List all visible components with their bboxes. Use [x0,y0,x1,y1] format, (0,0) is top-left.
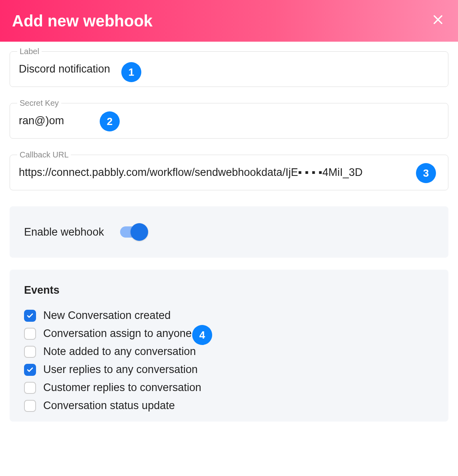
event-row: New Conversation created [24,309,434,322]
callback-url-field-label: Callback URL [17,150,71,159]
event-checkbox[interactable] [24,328,36,340]
label-field: Label 1 [10,51,448,87]
event-row: Conversation status update [24,399,434,412]
event-label: New Conversation created [43,309,171,322]
secret-key-field-label: Secret Key [17,99,61,108]
callback-url-input[interactable] [19,166,367,179]
events-panel: Events New Conversation createdConversat… [10,270,448,422]
label-field-label: Label [17,47,42,56]
event-label: Conversation status update [43,399,175,412]
annotation-badge-2: 2 [100,111,120,131]
event-checkbox[interactable] [24,382,36,394]
enable-webhook-panel: Enable webhook [10,206,448,258]
secret-key-field: Secret Key 2 [10,103,448,139]
close-icon[interactable] [430,12,446,30]
events-title: Events [24,284,434,296]
label-input[interactable] [19,63,439,75]
modal-header: Add new webhook [0,0,458,42]
event-row: Note added to any conversation [24,345,434,358]
event-checkbox[interactable] [24,310,36,322]
event-label: User replies to any conversation [43,363,198,376]
event-checkbox[interactable] [24,346,36,358]
event-label: Conversation assign to anyone [43,327,192,340]
annotation-badge-1: 1 [121,62,141,82]
event-row: Conversation assign to anyone [24,327,434,340]
event-checkbox[interactable] [24,364,36,376]
enable-webhook-toggle[interactable] [120,226,147,238]
event-row: Customer replies to conversation [24,381,434,394]
annotation-badge-4: 4 [192,325,212,345]
modal-title: Add new webhook [12,12,153,30]
event-label: Note added to any conversation [43,345,196,358]
annotation-badge-3: 3 [416,163,436,183]
event-checkbox[interactable] [24,400,36,412]
enable-webhook-label: Enable webhook [24,226,104,238]
secret-key-input[interactable] [19,115,439,127]
event-row: User replies to any conversation [24,363,434,376]
toggle-knob [131,223,148,241]
callback-url-field: Callback URL 3 [10,155,448,190]
event-label: Customer replies to conversation [43,381,201,394]
